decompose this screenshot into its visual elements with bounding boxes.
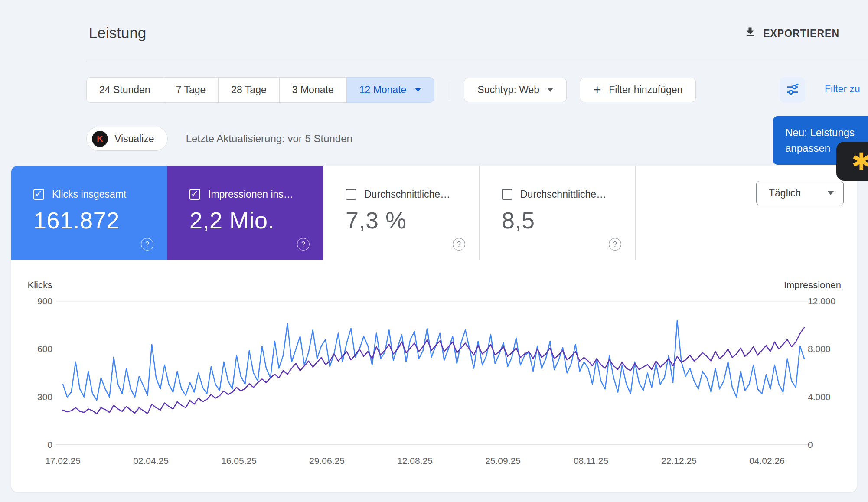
- download-icon: [744, 26, 756, 41]
- range-24-stunden[interactable]: 24 Stunden: [86, 77, 163, 103]
- svg-text:0: 0: [47, 440, 52, 450]
- date-range-group: 24 Stunden 7 Tage 28 Tage 3 Monate 12 Mo…: [86, 77, 434, 103]
- svg-text:0: 0: [808, 440, 813, 450]
- export-button[interactable]: EXPORTIEREN: [744, 26, 839, 41]
- plus-icon: +: [593, 83, 601, 97]
- chevron-down-icon: [828, 191, 834, 195]
- metric-value: 7,3 %: [346, 207, 479, 234]
- tooltip-line-1: Neu: Leistungs: [785, 125, 868, 140]
- help-icon[interactable]: [297, 238, 310, 251]
- checkbox-checked-icon[interactable]: [189, 189, 200, 200]
- customize-report-button[interactable]: [780, 77, 805, 103]
- metric-label: Klicks insgesamt: [52, 189, 126, 200]
- tune-sparkle-icon: [786, 82, 799, 98]
- svg-text:8.000: 8.000: [808, 344, 831, 354]
- svg-text:17.02.25: 17.02.25: [45, 456, 81, 466]
- sparkle-icon: ✱: [852, 150, 868, 173]
- performance-panel: Klicks insgesamt 161.872 Impressionen in…: [11, 166, 857, 492]
- metric-card-impressionen[interactable]: Impressionen ins… 2,2 Mio.: [167, 166, 323, 260]
- help-icon[interactable]: [609, 238, 621, 251]
- svg-text:12.000: 12.000: [808, 296, 835, 306]
- svg-text:600: 600: [37, 344, 52, 354]
- filter-link[interactable]: Filter zu: [825, 83, 860, 95]
- metric-cards-row: Klicks insgesamt 161.872 Impressionen in…: [11, 166, 857, 260]
- filter-toolbar: 24 Stunden 7 Tage 28 Tage 3 Monate 12 Mo…: [86, 77, 709, 103]
- last-update-text: Letzte Aktualisierung: vor 5 Stunden: [186, 133, 352, 145]
- header-divider: [86, 61, 868, 61]
- checkbox-checked-icon[interactable]: [33, 189, 44, 200]
- svg-text:08.11.25: 08.11.25: [574, 456, 608, 466]
- range-3-monate[interactable]: 3 Monate: [279, 77, 347, 103]
- granularity-dropdown[interactable]: Täglich: [756, 181, 844, 205]
- search-type-dropdown[interactable]: Suchtyp: Web: [464, 78, 567, 102]
- checkbox-unchecked-icon[interactable]: [502, 189, 512, 200]
- help-icon[interactable]: [141, 238, 153, 251]
- svg-text:29.06.25: 29.06.25: [309, 456, 345, 466]
- metric-card-position[interactable]: Durchschnittliche… 8,5: [480, 166, 636, 260]
- status-row: K Visualize Letzte Aktualisierung: vor 5…: [86, 127, 352, 151]
- visualize-button[interactable]: K Visualize: [86, 127, 168, 151]
- visualize-logo: K: [92, 131, 108, 147]
- metric-label: Durchschnittliche…: [364, 189, 450, 200]
- sparkle-tile[interactable]: ✱: [836, 142, 868, 181]
- svg-text:02.04.25: 02.04.25: [133, 456, 169, 466]
- page-title: Leistung: [89, 24, 146, 42]
- range-7-tage[interactable]: 7 Tage: [163, 77, 219, 103]
- checkbox-unchecked-icon[interactable]: [346, 189, 356, 200]
- svg-text:900: 900: [37, 296, 52, 306]
- metric-label: Durchschnittliche…: [520, 189, 606, 200]
- add-filter-button[interactable]: + Filter hinzufügen: [580, 78, 696, 102]
- performance-chart[interactable]: KlicksImpressionen030060090004.0008.0001…: [11, 277, 857, 472]
- svg-text:25.09.25: 25.09.25: [485, 456, 521, 466]
- metric-card-ctr[interactable]: Durchschnittliche… 7,3 %: [323, 166, 480, 260]
- metric-value: 161.872: [33, 207, 167, 234]
- svg-text:12.08.25: 12.08.25: [397, 456, 433, 466]
- metric-value: 2,2 Mio.: [189, 207, 323, 234]
- toolbar-divider: [449, 80, 449, 100]
- svg-text:16.05.25: 16.05.25: [221, 456, 257, 466]
- chevron-down-icon: [415, 88, 421, 92]
- metric-card-klicks[interactable]: Klicks insgesamt 161.872: [11, 166, 167, 260]
- metric-value: 8,5: [502, 207, 635, 234]
- svg-text:22.12.25: 22.12.25: [661, 456, 697, 466]
- chevron-down-icon: [547, 88, 553, 92]
- help-icon[interactable]: [453, 238, 465, 251]
- svg-text:300: 300: [37, 392, 52, 402]
- range-12-monate[interactable]: 12 Monate: [346, 77, 434, 103]
- svg-text:4.000: 4.000: [808, 392, 831, 402]
- svg-text:Klicks: Klicks: [28, 280, 52, 290]
- svg-text:Impressionen: Impressionen: [784, 280, 841, 290]
- svg-text:04.02.26: 04.02.26: [749, 456, 785, 466]
- metric-label: Impressionen ins…: [208, 189, 294, 200]
- export-label: EXPORTIEREN: [763, 28, 839, 39]
- range-28-tage[interactable]: 28 Tage: [218, 77, 279, 103]
